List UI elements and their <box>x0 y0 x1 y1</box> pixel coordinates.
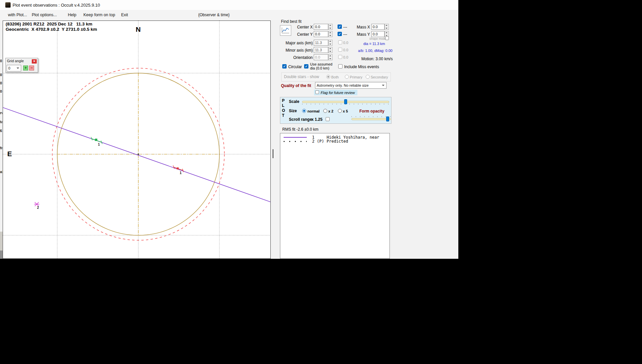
double-stars-primary-radio[interactable] <box>345 75 349 79</box>
minor-axis-spinner[interactable] <box>328 47 333 53</box>
major-axis-alt: 0.0 <box>343 41 348 45</box>
minor-axis-label: Minor axis (km) <box>280 48 313 53</box>
spinner-up-icon[interactable] <box>385 24 389 27</box>
event-header-line2: Geocentric X 4702.9 ±0.2 Y 2731.0 ±0.5 k… <box>6 27 97 32</box>
spinner-up-icon[interactable] <box>329 24 332 27</box>
spinner-up-icon[interactable] <box>329 55 332 57</box>
major-axis-input[interactable]: 11.3 <box>314 40 328 46</box>
grid-angle-minus-button[interactable]: − <box>29 66 34 70</box>
orientation-checkbox[interactable] <box>338 55 342 59</box>
find-best-fit-title: Find best fit <box>281 19 301 24</box>
orientation-spinner[interactable] <box>328 54 333 60</box>
dia-info: dia = 11.3 km <box>363 42 385 46</box>
observed-marker-green[interactable]: 1 <box>91 137 102 146</box>
center-x-input[interactable]: 0.0 <box>314 24 328 30</box>
center-y-label: Center Y <box>280 32 313 37</box>
major-axis-spinner[interactable] <box>328 40 333 46</box>
window-title: Plot event observations : Occult v.4.202… <box>13 3 100 8</box>
double-stars-secondary-radio[interactable] <box>366 75 370 79</box>
size-x2-radio[interactable] <box>323 109 327 113</box>
spinner-down-icon[interactable] <box>329 50 332 53</box>
orientation-label: Orientation <box>280 55 313 60</box>
menu-help[interactable]: Help <box>68 10 76 20</box>
size-x5-label: x 5 <box>343 109 348 113</box>
include-miss-label: Include Miss events <box>344 65 379 69</box>
center-y-input[interactable]: 0.0 <box>314 31 328 37</box>
spinner-up-icon[interactable] <box>329 47 332 50</box>
mass-y-label: Mass Y <box>354 32 370 37</box>
center-y-spinner[interactable] <box>328 31 333 37</box>
plot-vertical-t: T <box>282 113 284 118</box>
minor-axis-input[interactable]: 11.3 <box>314 47 328 53</box>
menu-keep-on-top[interactable]: Keep form on top <box>83 10 115 20</box>
major-axis-label: Major axis (km) <box>280 41 313 45</box>
mass-x-input[interactable]: 0.0 <box>371 24 385 30</box>
spinner-up-icon[interactable] <box>385 31 389 34</box>
scroll-range-label: Scroll range <box>289 117 312 122</box>
center-x-checkbox[interactable] <box>338 24 342 29</box>
double-stars-both-radio[interactable] <box>326 75 330 79</box>
spinner-down-icon[interactable] <box>329 34 332 37</box>
menu-plot-options[interactable]: Plot options... <box>32 10 57 20</box>
text-caret-fragment <box>273 149 273 158</box>
flag-review-checkbox[interactable] <box>315 90 319 94</box>
double-stars-primary-label: Primary <box>350 75 362 79</box>
mass-x-spinner[interactable] <box>385 24 389 30</box>
use-assumed-checkbox[interactable] <box>304 64 308 68</box>
track-line[interactable] <box>3 108 270 202</box>
spinner-up-icon[interactable] <box>329 40 332 43</box>
grid-angle-plus-button[interactable]: + <box>23 66 28 70</box>
scroll-range-checkbox[interactable] <box>326 117 330 121</box>
legend-row[interactable]: 2 (P) Predicted <box>280 139 390 143</box>
orientation-input[interactable]: 0.0 <box>314 54 328 60</box>
clipped-background-text: ta <box>0 120 2 124</box>
opacity-slider-track[interactable] <box>351 118 391 120</box>
predicted-marker-magenta[interactable]: 2 <box>34 202 39 209</box>
opacity-slider-thumb[interactable] <box>386 116 389 121</box>
center-x-spinner[interactable] <box>328 24 333 30</box>
minor-axis-checkbox[interactable] <box>338 48 342 52</box>
scroll-range-mult: x 1.25 <box>311 117 322 122</box>
center-y-checkbox[interactable] <box>338 32 342 36</box>
grid-angle-panel: Grid angle ✕ 0 + − <box>5 58 38 72</box>
plot-canvas[interactable]: 1 1 2 <box>3 21 270 258</box>
size-normal-radio[interactable] <box>302 109 306 113</box>
menu-bar: with Plot... Plot options... ? Help Keep… <box>0 10 458 20</box>
circular-checkbox[interactable] <box>282 64 287 68</box>
flag-review-label: Flag for future review <box>321 91 355 95</box>
form-opacity-label[interactable]: Form opacity <box>359 109 384 114</box>
spinner-down-icon[interactable] <box>385 27 389 29</box>
spinner-up-icon[interactable] <box>329 31 332 34</box>
size-x2-label: x 2 <box>328 109 333 113</box>
menu-with-plot[interactable]: with Plot... <box>8 10 27 20</box>
marker-label: 1 <box>98 143 100 146</box>
spinner-down-icon[interactable] <box>329 43 332 45</box>
legend-dotted-sample <box>284 141 307 142</box>
plot-vertical-p: P <box>282 98 285 103</box>
clipped-background-text: al <box>0 170 2 174</box>
shape-model-checkbox[interactable] <box>385 36 389 40</box>
quality-select[interactable]: Astrometry only. No reliable size <box>315 82 387 89</box>
size-label: Size <box>289 109 297 113</box>
plot-area[interactable]: 1 1 2 (83206) 2001 RZ12 2025 Dec 12 11.3… <box>3 21 271 259</box>
double-stars-both-label: Both <box>331 75 339 79</box>
scale-label: Scale <box>289 99 299 104</box>
menu-exit[interactable]: Exit <box>121 10 128 20</box>
center-x-dash: --- <box>343 25 347 29</box>
observer-time-label[interactable]: {Observer & time} <box>198 10 230 20</box>
size-x5-radio[interactable] <box>338 109 342 113</box>
mass-y-input[interactable]: 0.0 <box>371 31 385 37</box>
title-bar: Plot event observations : Occult v.4.202… <box>0 0 458 10</box>
observed-marker-red[interactable]: 1 <box>173 165 184 175</box>
close-icon[interactable]: ✕ <box>32 59 37 64</box>
legend-listbox[interactable]: 1 Hideki Yoshihara, near 2 (P) Predicted <box>280 133 390 259</box>
scale-slider-thumb[interactable] <box>344 99 347 104</box>
clipped-background-text: 0 <box>0 59 2 63</box>
include-miss-checkbox[interactable] <box>338 64 343 68</box>
clipped-background-text: rv <box>0 111 2 115</box>
spinner-down-icon[interactable] <box>329 57 332 60</box>
major-axis-checkbox[interactable] <box>338 40 342 44</box>
spinner-down-icon[interactable] <box>329 27 332 29</box>
grid-angle-select[interactable]: 0 <box>7 65 21 71</box>
center-x-label: Center X <box>280 25 313 29</box>
